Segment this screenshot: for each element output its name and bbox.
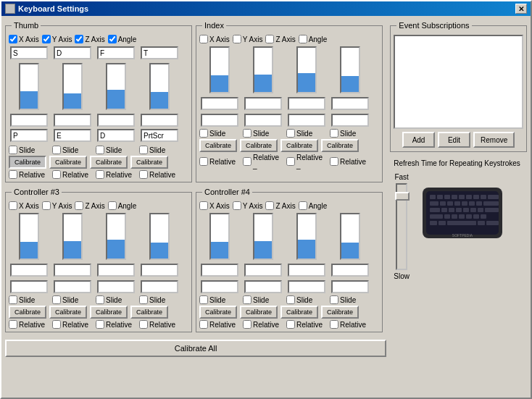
thumb-input-top-3[interactable] [97,46,135,59]
index-vslider-1[interactable] [209,46,230,93]
thumb-z-axis-checkbox[interactable] [75,35,83,43]
thumb-relative-4[interactable]: Relative [139,170,180,179]
thumb-input-top-2[interactable] [54,46,91,59]
index-slide-checkbox-1[interactable] [199,129,208,138]
thumb-x-axis-check[interactable]: X Axis [9,35,39,43]
ctrl4-angle-checkbox[interactable] [299,201,307,210]
ctrl3-slide-2[interactable]: Slide [52,295,78,304]
index-slide-check-4[interactable]: Slide [330,129,356,138]
thumb-slide-checkbox-4[interactable] [139,146,148,154]
ctrl3-z-axis-checkbox[interactable] [75,201,83,210]
thumb-relative-checkbox-3[interactable] [96,170,104,179]
ctrl4-vslider-4[interactable] [340,213,360,260]
ctrl3-vslider-3[interactable] [106,213,126,260]
thumb-input-bot-2[interactable] [54,129,91,142]
thumb-vslider-2[interactable] [62,63,83,110]
index-x-axis-check[interactable]: X Axis [199,35,230,43]
thumb-slide-checkbox-3[interactable] [96,146,104,154]
index-calibrate-btn-2[interactable]: Calibrate [240,139,278,152]
ctrl3-vslider-2[interactable] [62,213,83,260]
index-slide-check-3[interactable]: Slide [286,129,312,138]
thumb-input-bot-4[interactable] [141,129,178,142]
thumb-input-bot-3[interactable] [97,129,135,142]
index-slide-checkbox-4[interactable] [330,129,338,138]
refresh-slider[interactable] [396,183,407,270]
ctrl4-relative-2[interactable]: Relative [243,320,283,329]
ctrl4-vslider-3[interactable] [296,213,317,260]
thumb-relative-3[interactable]: Relative [96,170,136,179]
index-z-axis-check[interactable]: Z Axis [265,35,295,43]
thumb-calibrate-btn-2[interactable]: Calibrate [49,156,87,169]
index-vslider-4[interactable] [340,46,360,93]
ctrl4-calibrate-2[interactable]: Calibrate [240,306,278,319]
ctrl4-calibrate-1[interactable]: Calibrate [199,306,237,319]
ctrl4-slide-1[interactable]: Slide [199,295,225,304]
ctrl4-y-axis-checkbox[interactable] [233,201,241,210]
index-slide-check-1[interactable]: Slide [199,129,225,138]
ctrl3-vslider-4[interactable] [149,213,170,260]
index-angle-check[interactable]: Angle [299,35,328,43]
thumb-input-top-1[interactable] [10,46,48,59]
index-calibrate-btn-4[interactable]: Calibrate [321,139,359,152]
edit-button[interactable]: Edit [438,132,470,148]
thumb-slide-check-3[interactable]: Slide [96,146,122,154]
index-y-axis-checkbox[interactable] [233,35,241,43]
ctrl3-calibrate-1[interactable]: Calibrate [9,306,46,319]
thumb-slide-check-2[interactable]: Slide [52,146,78,154]
index-relative-3[interactable]: Relative _ [286,154,327,169]
ctrl4-vslider-1[interactable] [209,213,230,260]
calibrate-all-button[interactable]: Calibrate All [5,340,386,357]
thumb-calibrate-btn-1[interactable]: Calibrate [9,156,46,169]
ctrl3-vslider-1[interactable] [19,213,39,260]
ctrl3-z-axis-check[interactable]: Z Axis [75,201,104,210]
index-relative-checkbox-3[interactable] [286,157,295,166]
ctrl3-slide-4[interactable]: Slide [139,295,165,304]
ctrl4-slide-2[interactable]: Slide [243,295,269,304]
thumb-vslider-1[interactable] [19,63,39,110]
index-relative-checkbox-1[interactable] [199,157,208,166]
thumb-vslider-3[interactable] [106,63,126,110]
ctrl4-y-axis-check[interactable]: Y Axis [233,201,263,210]
thumb-calibrate-btn-3[interactable]: Calibrate [90,156,128,169]
thumb-x-axis-checkbox[interactable] [9,35,17,43]
index-slide-checkbox-3[interactable] [286,129,295,138]
ctrl3-relative-3[interactable]: Relative [96,320,136,329]
refresh-slider-thumb[interactable] [395,192,410,201]
ctrl3-relative-2[interactable]: Relative [52,320,93,329]
thumb-slide-checkbox-2[interactable] [52,146,61,154]
index-relative-1[interactable]: Relative [199,154,240,169]
index-vslider-2[interactable] [253,46,273,93]
index-relative-checkbox-2[interactable] [243,157,252,166]
ctrl3-angle-check[interactable]: Angle [108,201,137,210]
index-calibrate-btn-3[interactable]: Calibrate [280,139,318,152]
ctrl3-slide-1[interactable]: Slide [9,295,35,304]
thumb-angle-check[interactable]: Angle [108,35,137,43]
ctrl4-relative-4[interactable]: Relative [330,320,370,329]
remove-button[interactable]: Remove [473,132,515,148]
thumb-relative-checkbox-1[interactable] [9,170,17,179]
ctrl4-relative-1[interactable]: Relative [199,320,240,329]
ctrl4-slide-3[interactable]: Slide [286,295,312,304]
ctrl3-x-axis-checkbox[interactable] [9,201,17,210]
add-button[interactable]: Add [402,132,435,148]
thumb-slide-checkbox-1[interactable] [9,146,17,154]
index-angle-checkbox[interactable] [299,35,307,43]
thumb-y-axis-checkbox[interactable] [42,35,51,43]
thumb-relative-checkbox-4[interactable] [139,170,148,179]
thumb-input-bot-1[interactable] [10,129,48,142]
ctrl3-x-axis-check[interactable]: X Axis [9,201,39,210]
ctrl4-z-axis-check[interactable]: Z Axis [265,201,295,210]
close-button[interactable]: ✕ [515,4,527,14]
ctrl3-slide-3[interactable]: Slide [96,295,122,304]
thumb-slide-check-1[interactable]: Slide [9,146,35,154]
ctrl4-vslider-2[interactable] [253,213,273,260]
thumb-slide-check-4[interactable]: Slide [139,146,165,154]
index-relative-2[interactable]: Relative _ [243,154,283,169]
ctrl3-relative-1[interactable]: Relative [9,320,49,329]
ctrl3-calibrate-2[interactable]: Calibrate [49,306,87,319]
thumb-z-axis-check[interactable]: Z Axis [75,35,104,43]
thumb-input-top-4[interactable] [141,46,178,59]
ctrl3-y-axis-check[interactable]: Y Axis [42,201,72,210]
ctrl4-x-axis-check[interactable]: X Axis [199,201,230,210]
index-relative-checkbox-4[interactable] [330,157,338,166]
